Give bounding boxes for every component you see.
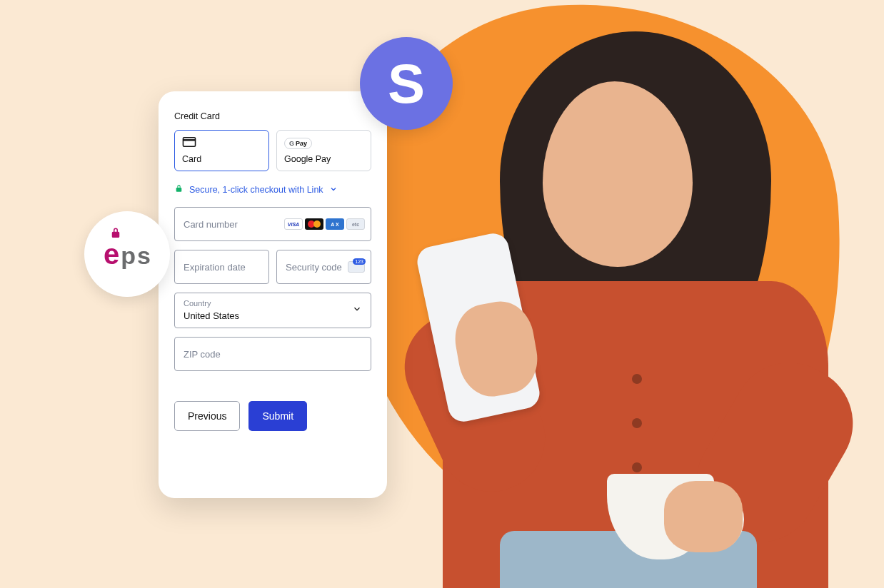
chevron-down-icon — [329, 185, 338, 196]
lock-icon — [174, 184, 184, 196]
country-select[interactable]: Country United States — [174, 293, 371, 328]
visa-icon: VISA — [284, 218, 303, 230]
secure-checkout-label: Secure, 1-click checkout with Link — [189, 185, 323, 195]
amex-icon: A X — [326, 218, 344, 230]
googlepay-icon: GPay — [284, 137, 363, 149]
card-number-field[interactable]: VISA A X etc — [174, 207, 371, 241]
zip-field[interactable] — [174, 337, 371, 371]
eps-e-letter: e — [104, 240, 119, 268]
payment-form-card: Credit Card Card GPay Google Pay Secure,… — [159, 91, 387, 498]
submit-button[interactable]: Submit — [248, 401, 307, 431]
expiration-input[interactable] — [184, 262, 260, 273]
card-brand-icons: VISA A X etc — [284, 218, 365, 230]
country-value: United States — [184, 310, 239, 321]
svg-rect-0 — [183, 138, 195, 146]
chevron-down-icon — [352, 304, 362, 317]
eps-s-letter: s — [137, 243, 151, 268]
cvc-icon — [348, 261, 365, 273]
expiration-field[interactable] — [174, 250, 269, 284]
stripe-logo-badge: S — [360, 37, 453, 130]
eps-logo-badge: e p s — [84, 211, 170, 297]
zip-input[interactable] — [184, 349, 362, 360]
secure-checkout-toggle[interactable]: Secure, 1-click checkout with Link — [174, 184, 371, 196]
previous-button[interactable]: Previous — [174, 401, 240, 431]
mastercard-icon — [305, 218, 323, 230]
card-icon — [182, 137, 261, 149]
security-code-field[interactable] — [276, 250, 371, 284]
payment-method-row: Card GPay Google Pay — [174, 130, 371, 171]
eps-lock-icon — [109, 227, 122, 240]
svg-rect-1 — [183, 139, 195, 141]
payment-method-card-label: Card — [182, 154, 201, 164]
eps-p-letter: p — [121, 243, 136, 268]
payment-method-card[interactable]: Card — [174, 130, 269, 171]
country-label: Country — [184, 299, 362, 308]
stripe-s-icon: S — [388, 56, 425, 111]
payment-method-googlepay-label: Google Pay — [284, 154, 331, 164]
section-title: Credit Card — [174, 111, 371, 121]
person-illustration — [400, 24, 843, 588]
payment-method-googlepay[interactable]: GPay Google Pay — [276, 130, 371, 171]
more-cards-icon: etc — [346, 218, 365, 230]
